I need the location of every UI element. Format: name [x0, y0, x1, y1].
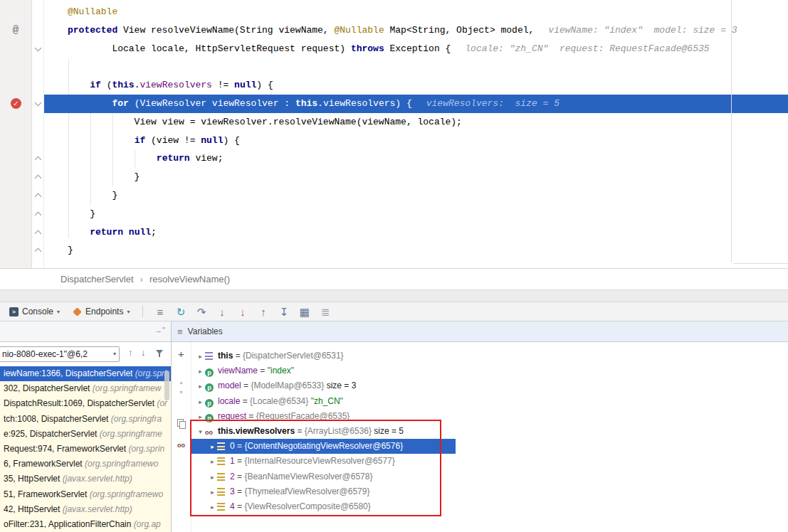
frame-row[interactable]: 6, FrameworkServlet (org.springframewo	[0, 457, 171, 472]
copy-value-icon[interactable]	[172, 419, 191, 428]
chevron-right-icon[interactable]: ▸	[196, 379, 205, 393]
chevron-right-icon[interactable]: ▸	[208, 470, 217, 484]
variable-row[interactable]: ▸3 = {ThymeleafViewResolver@6579}	[191, 484, 784, 499]
breadcrumb-item[interactable]: resolveViewName()	[149, 274, 230, 284]
mute-breakpoints-icon[interactable]: ≣	[317, 307, 332, 317]
endpoints-tab[interactable]: Endpoints▾	[69, 305, 133, 318]
fold-collapse-icon[interactable]	[34, 46, 41, 53]
variable-row[interactable]: ▾oothis.viewResolvers = {ArrayList@6536}…	[191, 424, 784, 439]
fold-column[interactable]	[32, 0, 44, 268]
fold-end-icon[interactable]	[34, 247, 41, 254]
code-token: viewResolvers	[323, 98, 395, 109]
variable-value: {ViewResolverComposite@6580}	[244, 501, 370, 511]
chevron-down-icon[interactable]: ▾	[196, 425, 205, 439]
step-into-icon[interactable]: ↓	[214, 307, 229, 317]
scroll-down-icon[interactable]: ▾	[172, 389, 191, 395]
code-line[interactable]: }	[44, 168, 788, 186]
chevron-right-icon[interactable]: ▸	[196, 364, 205, 378]
run-to-cursor-icon[interactable]: ↧	[276, 307, 291, 317]
variable-row[interactable]: ▸this = {DispatcherServlet@6531}	[191, 349, 784, 363]
code-token: return	[90, 227, 123, 238]
variable-value: size = 3	[324, 381, 356, 390]
step-out-icon[interactable]: ↑	[256, 307, 270, 317]
thread-selector[interactable]: nio-8080-exec-1"@6,2 ▾	[0, 346, 120, 362]
equals-sign: =	[240, 396, 250, 406]
frame-row[interactable]: Request:974, FrameworkServlet (org.sprin	[0, 442, 171, 457]
variable-value: {ArrayList@6536}	[305, 426, 372, 436]
view-breakpoints-icon[interactable]: ▦	[297, 307, 312, 317]
code-line[interactable]: Locale locale, HttpServletRequest reques…	[44, 40, 788, 58]
code-line[interactable]: }	[44, 205, 788, 223]
hide-library-frames-icon[interactable]	[155, 349, 164, 358]
right-margin-guide	[731, 0, 732, 262]
variable-row-selected[interactable]: ▸0 = {ContentNegotiatingViewResolver@657…	[191, 439, 456, 454]
frames-list: iewName:1366, DispatcherServlet (org.spr…	[0, 366, 171, 532]
frame-row[interactable]: e:925, DispatcherServlet (org.springfram…	[0, 427, 171, 442]
code-line[interactable]: protected View resolveViewName(String vi…	[44, 21, 788, 40]
parameter-icon: p	[205, 399, 214, 408]
chevron-right-icon[interactable]: ▸	[196, 410, 205, 424]
frame-row[interactable]: oFilter:231, ApplicationFilterChain (org…	[0, 517, 171, 532]
chevron-right-icon[interactable]: ▸	[208, 485, 217, 499]
frame-row[interactable]: 51, FrameworkServlet (org.springframewo	[0, 487, 171, 502]
variable-row[interactable]: ▸1 = {InternalResourceViewResolver@6577}	[191, 454, 784, 469]
previous-frame-icon[interactable]: ↑	[128, 348, 133, 357]
code-line[interactable]: if (view != null) {	[44, 132, 788, 150]
breadcrumb-item[interactable]: DispatcherServlet	[61, 274, 134, 284]
frame-row[interactable]: 35, HttpServlet (javax.servlet.http)	[0, 472, 171, 486]
force-step-into-icon[interactable]: ↓	[235, 307, 250, 317]
fold-collapse-icon[interactable]	[34, 100, 41, 107]
console-tab[interactable]: >Console▾	[6, 305, 63, 318]
fold-end-icon[interactable]	[34, 155, 41, 162]
code-line[interactable]: return null;	[44, 223, 788, 242]
chevron-right-icon[interactable]: ▸	[196, 349, 205, 363]
breakpoint-icon[interactable]: ✓	[11, 98, 21, 109]
frame-row[interactable]: tch:1008, DispatcherServlet (org.springf…	[0, 412, 171, 427]
fold-end-icon[interactable]	[34, 192, 41, 199]
frame-row[interactable]: 302, DispatcherServlet (org.springframew	[0, 381, 171, 396]
chevron-right-icon[interactable]: ▸	[208, 440, 217, 454]
step-over-icon[interactable]: ↷	[194, 307, 209, 317]
code-line[interactable]: @Nullable	[44, 3, 788, 21]
add-watch-icon[interactable]: +	[172, 348, 191, 360]
chevron-right-icon[interactable]: ▸	[208, 454, 217, 469]
frame-package: (org.springframe	[100, 429, 162, 439]
code-line[interactable]: if (this.viewResolvers != null) {	[44, 76, 788, 95]
fold-end-icon[interactable]	[34, 229, 41, 236]
frame-row[interactable]: 42, HttpServlet (javax.servlet.http)	[0, 502, 171, 517]
variable-row[interactable]: ▸4 = {ViewResolverComposite@6580}	[191, 499, 784, 514]
code-line[interactable]: }	[44, 241, 788, 260]
variable-row[interactable]: ▸prequest = {RequestFacade@6535}	[191, 409, 784, 424]
code-editor[interactable]: @Nullableprotected View resolveViewName(…	[0, 0, 788, 268]
fold-end-icon[interactable]	[34, 211, 41, 218]
variable-row[interactable]: ▸plocale = {Locale@6534} "zh_CN"	[191, 394, 784, 409]
frame-row[interactable]: DispatchResult:1069, DispatcherServlet (…	[0, 396, 171, 411]
variable-name: request	[218, 411, 246, 421]
restore-panel-icon[interactable]: →"	[154, 326, 165, 334]
variable-row[interactable]: ▸pmodel = {ModelMap@6533} size = 3	[191, 378, 784, 393]
rerun-icon[interactable]: ↻	[173, 307, 188, 317]
code-line[interactable]: }	[44, 186, 788, 205]
variable-row[interactable]: ▸pviewName = "index"	[191, 363, 784, 378]
scroll-up-icon[interactable]: ▴	[172, 379, 191, 385]
chevron-right-icon[interactable]: ▸	[208, 500, 217, 514]
code-area[interactable]: @Nullableprotected View resolveViewName(…	[44, 0, 788, 268]
next-frame-icon[interactable]: ↓	[141, 348, 146, 357]
chevron-right-icon[interactable]: ▸	[196, 395, 205, 409]
frame-row-selected[interactable]: iewName:1366, DispatcherServlet (org.spr…	[0, 366, 171, 381]
fold-end-icon[interactable]	[34, 174, 41, 181]
variable-row[interactable]: ▸2 = {BeanNameViewResolver@6578}	[191, 469, 784, 484]
editor-gutter[interactable]: @✓	[0, 0, 32, 268]
menu-icon[interactable]: ≡	[177, 326, 183, 337]
code-line[interactable]: View view = viewResolver.resolveViewName…	[44, 113, 788, 132]
code-line[interactable]: return view;	[44, 149, 788, 168]
layout-settings-icon[interactable]: ≡	[152, 307, 167, 317]
frame-location: 302, DispatcherServlet	[4, 383, 93, 393]
frames-scrollbar[interactable]	[164, 371, 169, 400]
frame-location: oFilter:231, ApplicationFilterChain	[4, 519, 134, 529]
code-line[interactable]	[44, 58, 788, 76]
show-watches-icon[interactable]: oo	[172, 442, 191, 449]
frame-location: tch:1008, DispatcherServlet	[4, 414, 111, 424]
code-line-current-execution[interactable]: for (ViewResolver viewResolver : this.vi…	[44, 95, 788, 113]
variable-name: 4	[230, 501, 235, 511]
